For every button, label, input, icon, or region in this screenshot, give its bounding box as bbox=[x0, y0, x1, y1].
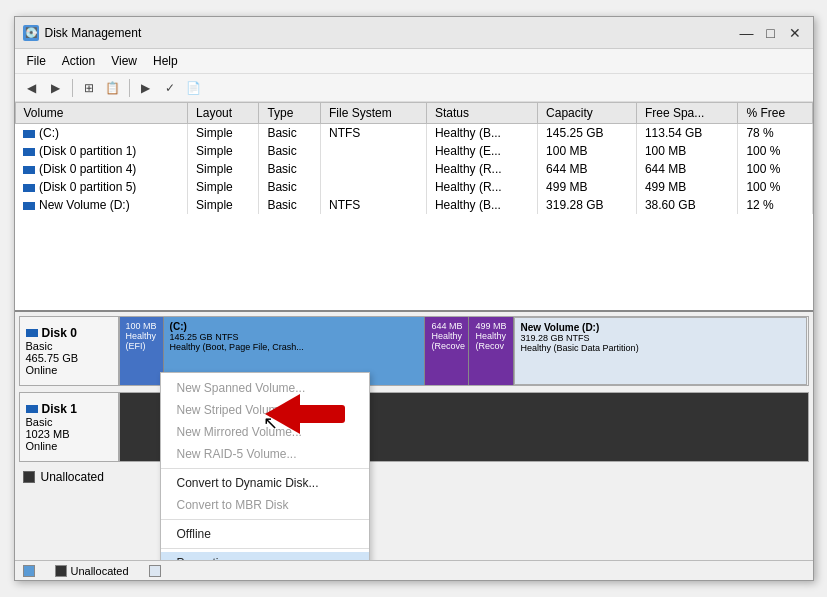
col-pctfree: % Free bbox=[738, 103, 812, 124]
col-layout: Layout bbox=[188, 103, 259, 124]
list-button[interactable]: 📋 bbox=[102, 77, 124, 99]
table-row[interactable]: (Disk 0 partition 1)SimpleBasicHealthy (… bbox=[15, 142, 812, 160]
cell-4-0: New Volume (D:) bbox=[15, 196, 188, 214]
doc-button[interactable]: 📄 bbox=[183, 77, 205, 99]
cell-0-3: NTFS bbox=[321, 124, 427, 143]
ctx-sep-9 bbox=[161, 548, 369, 549]
cell-0-2: Basic bbox=[259, 124, 321, 143]
menu-view[interactable]: View bbox=[103, 51, 145, 71]
forward-button[interactable]: ▶ bbox=[45, 77, 67, 99]
minimize-button[interactable]: — bbox=[737, 23, 757, 43]
menu-action[interactable]: Action bbox=[54, 51, 103, 71]
cell-0-0: (C:) bbox=[15, 124, 188, 143]
ctx-item-convert-to-mbr-disk: Convert to MBR Disk bbox=[161, 494, 369, 516]
status-bar: Unallocated bbox=[15, 560, 813, 580]
unallocated-legend-box bbox=[23, 471, 35, 483]
part4-status: Healthy (Recov bbox=[475, 331, 506, 351]
ctx-sep-4 bbox=[161, 468, 369, 469]
run-button[interactable]: ▶ bbox=[135, 77, 157, 99]
table-row[interactable]: (C:)SimpleBasicNTFSHealthy (B...145.25 G… bbox=[15, 124, 812, 143]
disk0-part1[interactable]: 100 MB Healthy (EFI) bbox=[120, 317, 164, 385]
part5-label: New Volume (D:) bbox=[521, 322, 801, 333]
cell-2-1: Simple bbox=[188, 160, 259, 178]
part5-status: Healthy (Basic Data Partition) bbox=[521, 343, 801, 353]
table-row[interactable]: (Disk 0 partition 5)SimpleBasicHealthy (… bbox=[15, 178, 812, 196]
cell-0-7: 78 % bbox=[738, 124, 812, 143]
col-filesystem: File System bbox=[321, 103, 427, 124]
disk0-name: Disk 0 bbox=[42, 326, 77, 340]
cell-2-2: Basic bbox=[259, 160, 321, 178]
disk0-status: Online bbox=[26, 364, 112, 376]
cell-4-2: Basic bbox=[259, 196, 321, 214]
main-content: Volume Layout Type File System Status Ca… bbox=[15, 102, 813, 580]
menu-help[interactable]: Help bbox=[145, 51, 186, 71]
col-type: Type bbox=[259, 103, 321, 124]
check-button[interactable]: ✓ bbox=[159, 77, 181, 99]
legend-unallocated-box bbox=[55, 565, 67, 577]
close-button[interactable]: ✕ bbox=[785, 23, 805, 43]
cell-2-0: (Disk 0 partition 4) bbox=[15, 160, 188, 178]
toolbar-sep-2 bbox=[129, 79, 130, 97]
cell-3-1: Simple bbox=[188, 178, 259, 196]
part5-size: 319.28 GB NTFS bbox=[521, 333, 801, 343]
cell-0-1: Simple bbox=[188, 124, 259, 143]
maximize-button[interactable]: □ bbox=[761, 23, 781, 43]
legend-unallocated-label: Unallocated bbox=[71, 565, 129, 577]
menu-bar: File Action View Help bbox=[15, 49, 813, 74]
disk1-label: Disk 1 Basic 1023 MB Online bbox=[19, 392, 119, 462]
volume-table-container: Volume Layout Type File System Status Ca… bbox=[15, 102, 813, 312]
cell-3-0: (Disk 0 partition 5) bbox=[15, 178, 188, 196]
cell-1-2: Basic bbox=[259, 142, 321, 160]
cell-4-4: Healthy (B... bbox=[426, 196, 537, 214]
col-status: Status bbox=[426, 103, 537, 124]
cell-0-4: Healthy (B... bbox=[426, 124, 537, 143]
window-title: Disk Management bbox=[45, 26, 142, 40]
ctx-item-new-raid-5-volume...: New RAID-5 Volume... bbox=[161, 443, 369, 465]
window-icon: 💽 bbox=[23, 25, 39, 41]
toolbar: ◀ ▶ ⊞ 📋 ▶ ✓ 📄 bbox=[15, 74, 813, 102]
disk0-part4[interactable]: 499 MB Healthy (Recov bbox=[469, 317, 513, 385]
part1-label: 100 MB bbox=[126, 321, 157, 331]
cell-3-4: Healthy (R... bbox=[426, 178, 537, 196]
part3-label: 644 MB bbox=[431, 321, 462, 331]
cell-1-6: 100 MB bbox=[636, 142, 737, 160]
table-row[interactable]: (Disk 0 partition 4)SimpleBasicHealthy (… bbox=[15, 160, 812, 178]
cell-0-6: 113.54 GB bbox=[636, 124, 737, 143]
table-row[interactable]: New Volume (D:)SimpleBasicNTFSHealthy (B… bbox=[15, 196, 812, 214]
disk0-part3[interactable]: 644 MB Healthy (Recove bbox=[425, 317, 469, 385]
table-header-row: Volume Layout Type File System Status Ca… bbox=[15, 103, 812, 124]
ctx-item-offline[interactable]: Offline bbox=[161, 523, 369, 545]
cell-3-2: Basic bbox=[259, 178, 321, 196]
disk0-type: Basic bbox=[26, 340, 112, 352]
cell-4-1: Simple bbox=[188, 196, 259, 214]
disk1-status: Online bbox=[26, 440, 112, 452]
cell-3-5: 499 MB bbox=[538, 178, 637, 196]
legend-primary bbox=[23, 565, 35, 577]
part1-status: Healthy (EFI) bbox=[126, 331, 157, 351]
col-freespace: Free Spa... bbox=[636, 103, 737, 124]
mouse-cursor: ↖ bbox=[263, 412, 278, 434]
cell-2-7: 100 % bbox=[738, 160, 812, 178]
back-button[interactable]: ◀ bbox=[21, 77, 43, 99]
cell-3-6: 499 MB bbox=[636, 178, 737, 196]
title-left: 💽 Disk Management bbox=[23, 25, 142, 41]
cell-1-1: Simple bbox=[188, 142, 259, 160]
cell-1-5: 100 MB bbox=[538, 142, 637, 160]
part3-status: Healthy (Recove bbox=[431, 331, 462, 351]
disk0-part5[interactable]: New Volume (D:) 319.28 GB NTFS Healthy (… bbox=[514, 317, 808, 385]
volume-table: Volume Layout Type File System Status Ca… bbox=[15, 102, 813, 214]
menu-file[interactable]: File bbox=[19, 51, 54, 71]
arrow-shaft bbox=[300, 405, 345, 423]
legend-primary-box bbox=[23, 565, 35, 577]
col-capacity: Capacity bbox=[538, 103, 637, 124]
cell-0-5: 145.25 GB bbox=[538, 124, 637, 143]
grid-button[interactable]: ⊞ bbox=[78, 77, 100, 99]
ctx-item-properties[interactable]: Properties bbox=[161, 552, 369, 560]
cell-3-7: 100 % bbox=[738, 178, 812, 196]
disk1-size: 1023 MB bbox=[26, 428, 112, 440]
legend-basic bbox=[149, 565, 161, 577]
disk1-row: Disk 1 Basic 1023 MB Online bbox=[19, 392, 809, 462]
ctx-item-convert-to-dynamic-disk...[interactable]: Convert to Dynamic Disk... bbox=[161, 472, 369, 494]
disk0-size: 465.75 GB bbox=[26, 352, 112, 364]
title-controls: — □ ✕ bbox=[737, 23, 805, 43]
